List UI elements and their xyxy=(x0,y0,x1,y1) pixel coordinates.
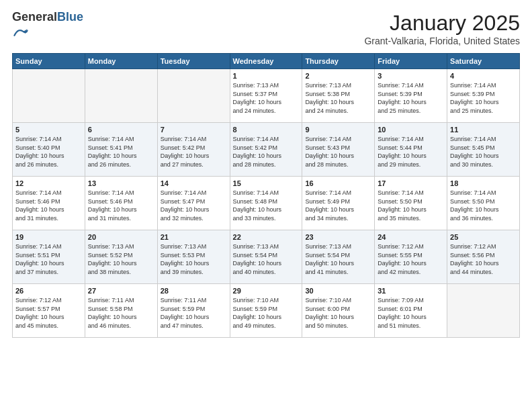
table-row: 26Sunrise: 7:12 AM Sunset: 5:57 PM Dayli… xyxy=(13,284,520,338)
day-number: 28 xyxy=(161,287,227,295)
day-info: Sunrise: 7:14 AM Sunset: 5:47 PM Dayligh… xyxy=(161,189,227,222)
day-number: 20 xyxy=(88,233,154,241)
table-cell: 25Sunrise: 7:12 AM Sunset: 5:56 PM Dayli… xyxy=(447,230,520,284)
table-cell: 2Sunrise: 7:13 AM Sunset: 5:38 PM Daylig… xyxy=(302,69,375,123)
table-cell: 22Sunrise: 7:13 AM Sunset: 5:54 PM Dayli… xyxy=(230,230,302,284)
table-cell: 8Sunrise: 7:14 AM Sunset: 5:42 PM Daylig… xyxy=(230,123,302,177)
header-saturday: Saturday xyxy=(447,54,520,69)
day-number: 27 xyxy=(88,287,154,295)
day-info: Sunrise: 7:10 AM Sunset: 5:59 PM Dayligh… xyxy=(233,296,300,330)
table-cell xyxy=(85,69,157,123)
header-friday: Friday xyxy=(375,54,447,69)
table-cell: 15Sunrise: 7:14 AM Sunset: 5:48 PM Dayli… xyxy=(230,177,302,230)
table-cell xyxy=(447,284,520,338)
day-info: Sunrise: 7:14 AM Sunset: 5:42 PM Dayligh… xyxy=(161,135,227,169)
day-info: Sunrise: 7:14 AM Sunset: 5:50 PM Dayligh… xyxy=(378,189,444,222)
day-info: Sunrise: 7:12 AM Sunset: 5:55 PM Dayligh… xyxy=(378,242,444,276)
day-number: 12 xyxy=(15,179,82,187)
day-info: Sunrise: 7:11 AM Sunset: 5:59 PM Dayligh… xyxy=(161,296,227,330)
day-number: 9 xyxy=(305,126,371,134)
day-number: 1 xyxy=(233,72,300,80)
calendar-subtitle: Grant-Valkaria, Florida, United States xyxy=(364,36,520,46)
day-number: 23 xyxy=(305,233,371,241)
table-cell: 10Sunrise: 7:14 AM Sunset: 5:44 PM Dayli… xyxy=(375,123,447,177)
table-cell: 11Sunrise: 7:14 AM Sunset: 5:45 PM Dayli… xyxy=(447,123,520,177)
day-number: 16 xyxy=(305,179,371,187)
day-info: Sunrise: 7:14 AM Sunset: 5:44 PM Dayligh… xyxy=(378,135,444,169)
table-cell: 24Sunrise: 7:12 AM Sunset: 5:55 PM Dayli… xyxy=(375,230,447,284)
day-info: Sunrise: 7:12 AM Sunset: 5:57 PM Dayligh… xyxy=(15,296,82,330)
day-number: 21 xyxy=(161,233,227,241)
day-number: 13 xyxy=(88,179,154,187)
page: GeneralBlue January 2025 Grant-Valkaria,… xyxy=(0,0,532,411)
day-info: Sunrise: 7:13 AM Sunset: 5:38 PM Dayligh… xyxy=(305,81,371,115)
header-row: Sunday Monday Tuesday Wednesday Thursday… xyxy=(13,54,520,69)
day-number: 3 xyxy=(378,72,444,80)
day-info: Sunrise: 7:14 AM Sunset: 5:46 PM Dayligh… xyxy=(15,189,82,222)
day-number: 8 xyxy=(233,126,300,134)
header-thursday: Thursday xyxy=(302,54,375,69)
day-info: Sunrise: 7:13 AM Sunset: 5:54 PM Dayligh… xyxy=(233,242,300,276)
day-info: Sunrise: 7:14 AM Sunset: 5:48 PM Dayligh… xyxy=(233,189,300,222)
day-number: 17 xyxy=(378,179,444,187)
table-cell: 7Sunrise: 7:14 AM Sunset: 5:42 PM Daylig… xyxy=(157,123,230,177)
day-info: Sunrise: 7:14 AM Sunset: 5:51 PM Dayligh… xyxy=(15,242,82,276)
table-cell: 28Sunrise: 7:11 AM Sunset: 5:59 PM Dayli… xyxy=(157,284,230,338)
table-cell: 20Sunrise: 7:13 AM Sunset: 5:52 PM Dayli… xyxy=(85,230,157,284)
logo-blue-text: Blue xyxy=(57,10,83,24)
table-cell: 17Sunrise: 7:14 AM Sunset: 5:50 PM Dayli… xyxy=(375,177,447,230)
table-cell: 12Sunrise: 7:14 AM Sunset: 5:46 PM Dayli… xyxy=(13,177,85,230)
day-info: Sunrise: 7:13 AM Sunset: 5:53 PM Dayligh… xyxy=(161,242,227,276)
table-row: 12Sunrise: 7:14 AM Sunset: 5:46 PM Dayli… xyxy=(13,177,520,230)
table-cell: 29Sunrise: 7:10 AM Sunset: 5:59 PM Dayli… xyxy=(230,284,302,338)
day-number: 5 xyxy=(15,126,82,134)
day-info: Sunrise: 7:09 AM Sunset: 6:01 PM Dayligh… xyxy=(378,296,444,330)
table-cell: 14Sunrise: 7:14 AM Sunset: 5:47 PM Dayli… xyxy=(157,177,230,230)
day-info: Sunrise: 7:14 AM Sunset: 5:39 PM Dayligh… xyxy=(378,81,444,115)
day-number: 29 xyxy=(233,287,300,295)
table-cell xyxy=(157,69,230,123)
day-number: 2 xyxy=(305,72,371,80)
day-number: 22 xyxy=(233,233,300,241)
table-cell: 30Sunrise: 7:10 AM Sunset: 6:00 PM Dayli… xyxy=(302,284,375,338)
table-cell: 13Sunrise: 7:14 AM Sunset: 5:46 PM Dayli… xyxy=(85,177,157,230)
day-info: Sunrise: 7:14 AM Sunset: 5:43 PM Dayligh… xyxy=(305,135,371,169)
day-info: Sunrise: 7:14 AM Sunset: 5:45 PM Dayligh… xyxy=(450,135,517,169)
table-cell: 6Sunrise: 7:14 AM Sunset: 5:41 PM Daylig… xyxy=(85,123,157,177)
table-cell: 23Sunrise: 7:13 AM Sunset: 5:54 PM Dayli… xyxy=(302,230,375,284)
day-info: Sunrise: 7:14 AM Sunset: 5:42 PM Dayligh… xyxy=(233,135,300,169)
header: GeneralBlue January 2025 Grant-Valkaria,… xyxy=(12,11,520,46)
table-cell: 1Sunrise: 7:13 AM Sunset: 5:37 PM Daylig… xyxy=(230,69,302,123)
day-number: 15 xyxy=(233,179,300,187)
table-cell: 5Sunrise: 7:14 AM Sunset: 5:40 PM Daylig… xyxy=(13,123,85,177)
header-tuesday: Tuesday xyxy=(157,54,230,69)
table-cell: 18Sunrise: 7:14 AM Sunset: 5:50 PM Dayli… xyxy=(447,177,520,230)
day-info: Sunrise: 7:14 AM Sunset: 5:39 PM Dayligh… xyxy=(450,81,517,115)
table-cell: 16Sunrise: 7:14 AM Sunset: 5:49 PM Dayli… xyxy=(302,177,375,230)
header-wednesday: Wednesday xyxy=(230,54,302,69)
table-cell: 21Sunrise: 7:13 AM Sunset: 5:53 PM Dayli… xyxy=(157,230,230,284)
calendar-table: Sunday Monday Tuesday Wednesday Thursday… xyxy=(12,53,520,338)
table-cell: 3Sunrise: 7:14 AM Sunset: 5:39 PM Daylig… xyxy=(375,69,447,123)
header-monday: Monday xyxy=(85,54,157,69)
table-row: 1Sunrise: 7:13 AM Sunset: 5:37 PM Daylig… xyxy=(13,69,520,123)
day-info: Sunrise: 7:14 AM Sunset: 5:41 PM Dayligh… xyxy=(88,135,154,169)
day-info: Sunrise: 7:13 AM Sunset: 5:52 PM Dayligh… xyxy=(88,242,154,276)
day-info: Sunrise: 7:14 AM Sunset: 5:40 PM Dayligh… xyxy=(15,135,82,169)
day-info: Sunrise: 7:10 AM Sunset: 6:00 PM Dayligh… xyxy=(305,296,371,330)
day-info: Sunrise: 7:14 AM Sunset: 5:46 PM Dayligh… xyxy=(88,189,154,222)
day-number: 10 xyxy=(378,126,444,134)
table-cell: 31Sunrise: 7:09 AM Sunset: 6:01 PM Dayli… xyxy=(375,284,447,338)
table-row: 19Sunrise: 7:14 AM Sunset: 5:51 PM Dayli… xyxy=(13,230,520,284)
table-row: 5Sunrise: 7:14 AM Sunset: 5:40 PM Daylig… xyxy=(13,123,520,177)
title-block: January 2025 Grant-Valkaria, Florida, Un… xyxy=(364,11,520,46)
day-info: Sunrise: 7:13 AM Sunset: 5:54 PM Dayligh… xyxy=(305,242,371,276)
day-number: 14 xyxy=(161,179,227,187)
calendar-title: January 2025 xyxy=(364,11,520,36)
day-number: 26 xyxy=(15,287,82,295)
table-cell xyxy=(13,69,85,123)
table-cell: 27Sunrise: 7:11 AM Sunset: 5:58 PM Dayli… xyxy=(85,284,157,338)
table-cell: 19Sunrise: 7:14 AM Sunset: 5:51 PM Dayli… xyxy=(13,230,85,284)
day-info: Sunrise: 7:12 AM Sunset: 5:56 PM Dayligh… xyxy=(450,242,517,276)
day-number: 25 xyxy=(450,233,517,241)
